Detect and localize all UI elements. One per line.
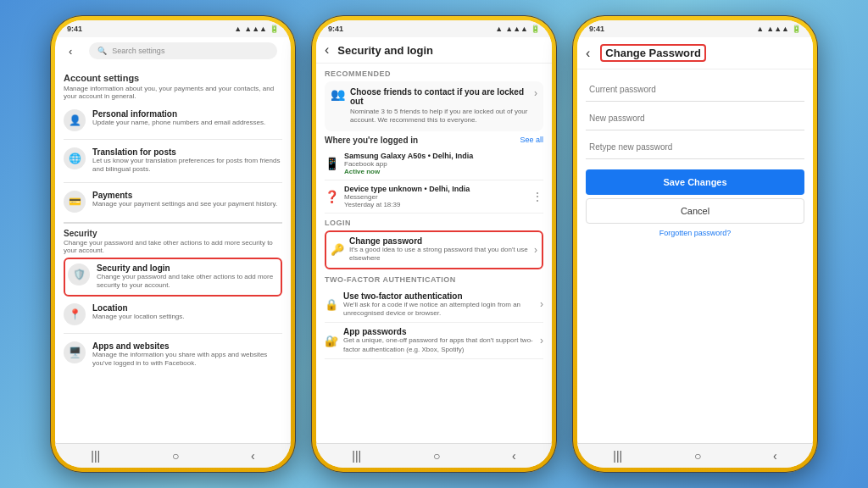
list-item[interactable]: 🌐 Translation for posts Let us know your… [64,143,282,179]
device-item-1[interactable]: ❓ Device type unknown • Delhi, India Mes… [325,180,543,214]
signal-icon: ▲▲▲ [244,25,267,33]
two-fa-item-0[interactable]: 🔒 Use two-factor authentication We'll as… [325,287,543,324]
personal-info-text: Personal information Update your name, p… [92,109,282,127]
recommended-card[interactable]: 👥 Choose friends to contact if you are l… [325,81,543,131]
list-item[interactable]: 💳 Payments Manage your payment settings … [64,186,282,217]
apps-icon: 🖥️ [64,341,86,363]
nav-back-2[interactable]: ‹ [512,449,516,463]
device-item-0[interactable]: 📱 Samsung Galaxy A50s • Delhi, India Fac… [325,147,543,180]
security-login-item[interactable]: 🛡️ Security and login Change your passwo… [64,258,282,297]
signal-icon-2: ▲▲▲ [505,25,528,33]
nav-back-3[interactable]: ‹ [773,449,777,463]
change-password-chevron: › [534,244,537,256]
nav-home-3[interactable]: ○ [694,449,701,463]
recommended-title: Choose friends to contact if you are loc… [350,87,529,106]
nav-recents-2[interactable]: ||| [352,449,361,463]
search-icon-1: 🔍 [97,47,107,55]
personal-info-sub: Update your name, phone numbers and emai… [92,119,282,127]
where-logged-title: Where you're logged in [325,136,418,145]
device-app-0: Facebook app [344,160,473,168]
device-name-1: Device type unknown • Delhi, India [344,185,470,193]
two-fa-icon-1: 🔐 [325,335,338,347]
apps-sub: Manage the information you share with ap… [92,351,282,369]
battery-icon: 🔋 [270,25,279,33]
change-password-item[interactable]: 🔑 Change password It's a good idea to us… [325,230,543,269]
status-bar-3: 9:41 ▲ ▲▲▲ 🔋 [577,20,813,37]
translation-text: Translation for posts Let us know your t… [92,147,282,175]
change-password-sub: It's a good idea to use a strong passwor… [349,246,529,263]
security-login-text: Security and login Change your password … [97,263,278,291]
two-fa-chevron-0: › [540,298,543,310]
status-time-1: 9:41 [67,25,82,33]
change-password-text: Change password It's a good idea to use … [349,236,529,263]
wifi-icon-2: ▲ [495,25,503,33]
battery-icon-2: 🔋 [531,25,540,33]
nav-home-2[interactable]: ○ [433,449,440,463]
nav-bar-2: ||| ○ ‹ [316,443,552,468]
two-fa-text-0: Use two-factor authentication We'll ask … [343,291,535,319]
back-arrow-1[interactable]: ‹ [69,45,72,58]
translation-title: Translation for posts [92,147,282,157]
two-fa-title-1: App passwords [343,327,535,336]
device-status-1: Yesterday at 18:39 [344,201,470,208]
search-placeholder-1: Search settings [112,47,164,55]
save-changes-button[interactable]: Save Changes [586,169,804,195]
back-arrow-3[interactable]: ‹ [586,46,590,61]
search-bar-1[interactable]: 🔍 Search settings [89,42,277,59]
payments-icon: 💳 [64,191,86,213]
current-password-field[interactable] [586,78,804,102]
location-text: Location Manage your location settings. [92,303,282,321]
two-fa-sub-0: We'll ask for a code if we notice an att… [343,301,535,319]
phone-3: 9:41 ▲ ▲▲▲ 🔋 ‹ Change Password Save Chan… [572,15,818,473]
account-section-sub: Manage information about you, your payme… [64,85,282,100]
security-login-icon: 🛡️ [68,263,90,286]
phone-2: 9:41 ▲ ▲▲▲ 🔋 ‹ Security and login Recomm… [311,15,557,473]
divider [64,222,282,224]
status-icons-2: ▲ ▲▲▲ 🔋 [495,25,540,33]
device-name-0: Samsung Galaxy A50s • Delhi, India [344,152,473,160]
friends-icon: 👥 [331,87,345,101]
list-item[interactable]: 🖥️ Apps and websites Manage the informat… [64,337,282,373]
payments-sub: Manage your payment settings and see you… [92,200,282,208]
nav-recents[interactable]: ||| [91,449,100,463]
list-item[interactable]: 👤 Personal information Update your name,… [64,105,282,136]
device-menu-1[interactable]: ⋮ [531,190,543,203]
two-fa-sub-1: Get a unique, one-off password for apps … [343,336,535,354]
phone-1: 9:41 ▲ ▲▲▲ 🔋 ‹ 🔍 Search settings Account… [50,15,296,473]
status-icons-1: ▲ ▲▲▲ 🔋 [234,25,279,33]
status-time-3: 9:41 [589,25,604,33]
retype-password-field[interactable] [586,136,804,159]
recommended-chevron: › [534,87,537,99]
status-bar-2: 9:41 ▲ ▲▲▲ 🔋 [316,20,552,37]
change-password-page-title: Change Password [600,44,706,62]
cancel-button[interactable]: Cancel [586,198,804,224]
forgot-password-link[interactable]: Forgotten password? [586,229,804,237]
recommended-text: Choose friends to contact if you are loc… [350,87,529,125]
device-app-1: Messenger [344,193,470,201]
list-item[interactable]: 📍 Location Manage your location settings… [64,299,282,330]
location-icon: 📍 [64,303,86,325]
device-icon-0: 📱 [325,157,339,170]
new-password-field[interactable] [586,107,804,130]
wifi-icon-3: ▲ [756,25,764,33]
apps-text: Apps and websites Manage the information… [92,341,282,369]
translation-sub: Let us know your translation preferences… [92,157,282,175]
p3-header: ‹ Change Password [577,37,813,69]
login-section-label: Login [325,219,543,227]
nav-recents-3[interactable]: ||| [613,449,622,463]
nav-home[interactable]: ○ [172,449,179,463]
personal-info-icon: 👤 [64,109,86,131]
security-header: Security [64,229,282,238]
two-fa-title-0: Use two-factor authentication [343,291,535,301]
divider [64,139,282,140]
nav-back[interactable]: ‹ [251,449,255,463]
change-password-icon: 🔑 [331,243,344,256]
status-icons-3: ▲ ▲▲▲ 🔋 [756,25,801,33]
back-arrow-2[interactable]: ‹ [325,42,329,58]
device-status-0: Active now [344,168,473,175]
see-all-button[interactable]: See all [520,136,543,144]
two-fa-item-1[interactable]: 🔐 App passwords Get a unique, one-off pa… [325,323,543,359]
divider [64,333,282,334]
location-title: Location [92,303,282,313]
status-time-2: 9:41 [328,25,343,33]
